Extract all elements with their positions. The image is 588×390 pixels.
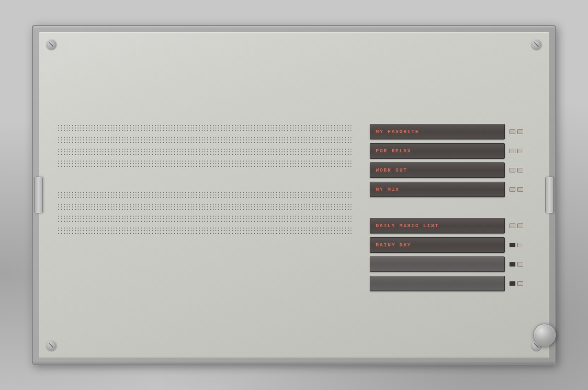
- playlist-button-my-mix[interactable]: MY MIX: [370, 182, 505, 197]
- playlist-label-my-mix: MY MIX: [376, 187, 400, 192]
- dot-strip-group-top: [57, 124, 351, 168]
- playlist-row-my-mix: MY MIX: [370, 182, 526, 197]
- playlist-row-work-out: WORK OUT: [370, 162, 526, 178]
- toggle-box-13[interactable]: [509, 262, 515, 267]
- toggle-box-16[interactable]: [517, 281, 523, 286]
- toggle-box-11[interactable]: [509, 243, 515, 247]
- playlist-label-daily-music: DAILY MUSIC LIST: [376, 223, 439, 228]
- dot-strip-1: [57, 124, 351, 132]
- toggle-box-5[interactable]: [509, 168, 515, 173]
- toggle-box-3[interactable]: [509, 149, 515, 153]
- dot-strip-gap: [57, 177, 351, 191]
- toggle-empty2: [509, 281, 526, 286]
- toggle-box-12[interactable]: [517, 243, 523, 247]
- toggle-box-4[interactable]: [517, 149, 523, 153]
- playlist-button-work-out[interactable]: WORK OUT: [370, 162, 505, 178]
- toggle-box-2[interactable]: [517, 129, 523, 134]
- toggle-box-1[interactable]: [509, 129, 515, 134]
- toggle-box-14[interactable]: [517, 262, 523, 267]
- left-panel: [57, 60, 351, 244]
- playlist-section-top: MY FAVORITE FOR RELAX: [370, 124, 526, 197]
- playlist-label-rainy-day: RAINY DAY: [376, 242, 411, 248]
- dot-strip-5: [57, 191, 351, 199]
- main-content: MY FAVORITE FOR RELAX: [39, 32, 549, 358]
- playlist-button-rainy-day[interactable]: RAINY DAY: [370, 237, 505, 253]
- playlist-row-empty2: [370, 276, 526, 291]
- toggle-daily-music: [509, 223, 526, 228]
- dot-strip-group-bottom: [57, 191, 351, 235]
- playlist-label-my-favorite: MY FAVORITE: [376, 129, 419, 134]
- playlist-row-rainy-day: RAINY DAY: [370, 237, 526, 253]
- playlist-button-empty1[interactable]: [370, 256, 505, 272]
- playlist-button-daily-music[interactable]: DAILY MUSIC LIST: [370, 218, 505, 234]
- toggle-my-favorite: [509, 129, 526, 134]
- device-outer: MY FAVORITE FOR RELAX: [32, 25, 556, 365]
- toggle-work-out: [509, 168, 526, 173]
- playlist-button-empty2[interactable]: [370, 276, 505, 291]
- toggle-my-mix: [509, 187, 526, 192]
- playlist-label-work-out: WORK OUT: [376, 167, 407, 173]
- toggle-box-6[interactable]: [517, 168, 523, 173]
- playlist-row-daily-music: DAILY MUSIC LIST: [370, 218, 526, 234]
- playlist-row-empty1: [370, 256, 526, 272]
- toggle-box-15[interactable]: [509, 281, 515, 286]
- toggle-box-8[interactable]: [517, 187, 523, 192]
- playlist-button-my-favorite[interactable]: MY FAVORITE: [370, 124, 505, 139]
- toggle-box-10[interactable]: [517, 223, 523, 228]
- toggle-box-9[interactable]: [509, 223, 515, 228]
- right-panel: MY FAVORITE FOR RELAX: [370, 60, 526, 291]
- playlist-row-my-favorite: MY FAVORITE: [370, 124, 526, 139]
- toggle-rainy-day: [509, 243, 526, 247]
- dot-strip-6: [57, 203, 351, 211]
- device-inner: MY FAVORITE FOR RELAX: [39, 32, 549, 358]
- toggle-empty1: [509, 262, 526, 267]
- dot-strip-8: [57, 227, 351, 235]
- dot-strip-4: [57, 160, 351, 168]
- dot-strip-2: [57, 136, 351, 144]
- dot-strip-3: [57, 148, 351, 156]
- dot-strip-7: [57, 215, 351, 223]
- playlist-section-bottom: DAILY MUSIC LIST RAINY DAY: [370, 218, 526, 291]
- toggle-box-7[interactable]: [509, 187, 515, 192]
- toggle-for-relax: [509, 149, 526, 153]
- playlist-row-for-relax: FOR RELAX: [370, 143, 526, 159]
- playlist-label-for-relax: FOR RELAX: [376, 148, 411, 154]
- playlist-button-for-relax[interactable]: FOR RELAX: [370, 143, 505, 159]
